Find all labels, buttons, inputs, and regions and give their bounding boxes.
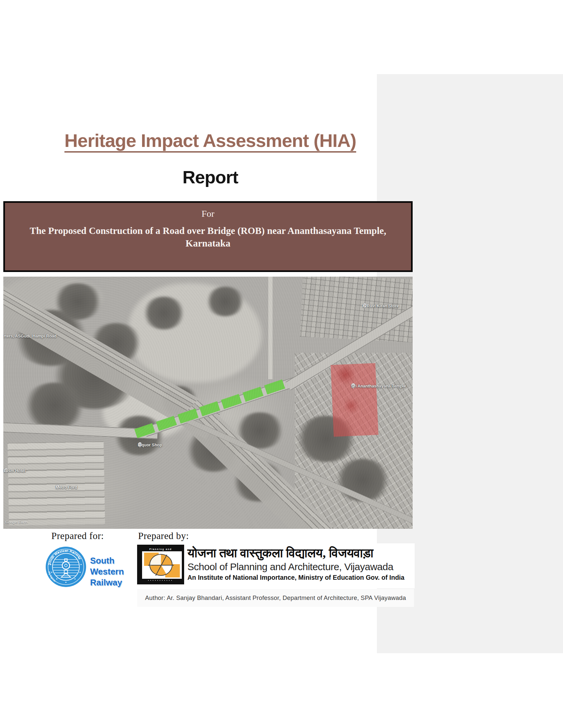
map-label-text: arters, ASGudi, Hampi Road bbox=[3, 334, 57, 339]
map-label-text: Sri Ananthashayana Temple bbox=[351, 384, 406, 388]
swr-word-line: South bbox=[90, 555, 124, 566]
banner-project-region: Karnataka bbox=[185, 238, 230, 249]
map-label-bism-hotel: Bism Hotel bbox=[4, 468, 8, 474]
map-label-ravi-kiran-store: K Ravi Kiran Store bbox=[363, 303, 367, 309]
map-housing-cluster bbox=[300, 277, 413, 342]
banner-project-title: The Proposed Construction of a Road over… bbox=[5, 224, 411, 250]
spa-name-english: School of Planning and Architecture, Vij… bbox=[187, 561, 404, 573]
spa-name-block: योजना तथा वास्तुकला विद्यालय, विजयवाड़ा … bbox=[187, 545, 404, 582]
map-tree-cluster bbox=[142, 296, 185, 330]
spa-logo-left-bar bbox=[139, 547, 142, 582]
banner-project-line: The Proposed Construction of a Road over… bbox=[30, 225, 386, 236]
swr-word-line: Western bbox=[90, 566, 124, 577]
map-tree-cluster bbox=[53, 283, 103, 320]
south-western-railway-wordmark: South Western Railway bbox=[90, 555, 124, 588]
cover-banner: For The Proposed Construction of a Road … bbox=[3, 201, 413, 272]
spa-logo-top-text: Planning and bbox=[139, 547, 182, 551]
map-label-ananthashayana-temple: Sri Ananthashayana Temple bbox=[351, 383, 355, 389]
map-road-vertical bbox=[268, 277, 272, 379]
spa-vijayawada-block: Planning and योजना तथा वास्तुकला विद्याल… bbox=[137, 545, 404, 584]
report-cover-page: Heritage Impact Assessment (HIA) Report … bbox=[0, 0, 563, 728]
map-industrial-sheds bbox=[8, 441, 105, 525]
map-label-text: Bism Hotel bbox=[4, 469, 25, 473]
south-western-railway-logo: South Western Railway भारतीय रेल bbox=[45, 546, 87, 588]
page-title: Heritage Impact Assessment (HIA) bbox=[65, 130, 356, 151]
google-earth-watermark: Google Earth bbox=[5, 520, 28, 524]
swr-word-line: Railway bbox=[90, 577, 124, 588]
spa-name-hindi: योजना तथा वास्तुकला विद्यालय, विजयवाड़ा bbox=[187, 545, 404, 561]
spa-logo-bottom-bar bbox=[139, 579, 182, 582]
title-block: Heritage Impact Assessment (HIA) bbox=[0, 130, 421, 151]
map-label-liquor-shop: Liquor Shop bbox=[138, 442, 142, 448]
spa-logo-compass-circle bbox=[149, 554, 172, 576]
map-label-metro-ford: Metro Ford bbox=[56, 484, 60, 490]
satellite-map: arters, ASGudi, Hampi Road K Ravi Kiran … bbox=[3, 277, 413, 529]
map-tree-cluster bbox=[205, 287, 245, 316]
prepared-by-label: Prepared by: bbox=[138, 530, 189, 541]
prepared-for-label: Prepared for: bbox=[51, 530, 104, 541]
spa-vijayawada-logo: Planning and bbox=[137, 545, 184, 584]
page-subtitle: Report bbox=[182, 167, 238, 187]
subtitle-block: Report bbox=[0, 167, 421, 187]
spa-institute-line: An Institute of National Importance, Min… bbox=[187, 573, 404, 582]
map-tree-cluster bbox=[23, 383, 86, 429]
map-label-text: Liquor Shop bbox=[138, 443, 162, 447]
map-label-text: Metro Ford bbox=[56, 485, 77, 490]
author-line: Author: Ar. Sanjay Bhandari, Assistant P… bbox=[137, 589, 414, 607]
map-label-text: K Ravi Kiran Store bbox=[363, 304, 399, 308]
banner-for-label: For bbox=[5, 208, 411, 219]
temple-boundary-overlay bbox=[331, 363, 378, 437]
